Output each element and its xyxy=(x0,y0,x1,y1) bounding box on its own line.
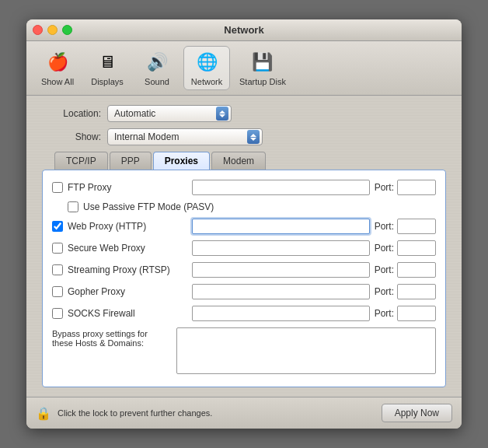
tab-modem[interactable]: Modem xyxy=(211,152,266,170)
socks-firewall-field[interactable] xyxy=(192,306,370,321)
show-label: Show: xyxy=(39,131,101,142)
location-row: Location: Automatic Home Work Edit Locat… xyxy=(39,105,449,122)
location-select-wrapper: Automatic Home Work Edit Locations... xyxy=(107,105,232,122)
bypass-textarea[interactable] xyxy=(176,327,436,374)
toolbar: 🍎 Show All 🖥 Displays 🔊 Sound 🌐 Network … xyxy=(26,41,462,96)
socks-port-field[interactable] xyxy=(397,306,436,321)
web-proxy-label: Web Proxy (HTTP) xyxy=(68,221,192,232)
streaming-proxy-label: Streaming Proxy (RTSP) xyxy=(68,264,192,275)
pasv-label: Use Passive FTP Mode (PASV) xyxy=(83,201,214,212)
secure-web-proxy-checkbox[interactable] xyxy=(52,243,63,254)
bypass-row: Bypass proxy settings forthese Hosts & D… xyxy=(52,327,436,374)
ftp-proxy-row: FTP Proxy Port: xyxy=(52,180,436,195)
main-window: Network 🍎 Show All 🖥 Displays 🔊 Sound 🌐 … xyxy=(26,19,462,429)
show-select[interactable]: Internal Modem AirPort Built-in Ethernet xyxy=(107,128,263,145)
socks-port-label: Port: xyxy=(375,308,394,319)
streaming-proxy-row: Streaming Proxy (RTSP) Port: xyxy=(52,262,436,278)
startup-disk-label: Startup Disk xyxy=(239,77,286,86)
lock-text: Click the lock to prevent further change… xyxy=(58,408,212,418)
statusbar: 🔒 Click the lock to prevent further chan… xyxy=(26,397,462,429)
show-all-label: Show All xyxy=(41,77,74,86)
tabs-container: TCP/IP PPP Proxies Modem xyxy=(54,152,449,170)
gopher-proxy-checkbox[interactable] xyxy=(52,286,63,297)
lock-icon[interactable]: 🔒 xyxy=(36,405,51,421)
socks-firewall-label: SOCKS Firewall xyxy=(68,308,192,319)
streaming-proxy-checkbox[interactable] xyxy=(52,264,63,275)
toolbar-sound[interactable]: 🔊 Sound xyxy=(134,47,180,89)
toolbar-network[interactable]: 🌐 Network xyxy=(183,46,230,90)
socks-firewall-row: SOCKS Firewall Port: xyxy=(52,306,436,321)
tab-tcpip[interactable]: TCP/IP xyxy=(54,152,108,170)
web-port-field[interactable] xyxy=(397,219,436,234)
toolbar-displays[interactable]: 🖥 Displays xyxy=(84,47,131,89)
show-select-wrapper: Internal Modem AirPort Built-in Ethernet xyxy=(107,128,263,145)
location-select[interactable]: Automatic Home Work Edit Locations... xyxy=(107,105,232,122)
streaming-proxy-field[interactable] xyxy=(192,262,370,278)
show-all-icon: 🍎 xyxy=(45,50,70,75)
show-row: Show: Internal Modem AirPort Built-in Et… xyxy=(39,128,449,145)
secure-web-port-label: Port: xyxy=(375,243,394,254)
ftp-port-label: Port: xyxy=(375,182,394,193)
ftp-port-field[interactable] xyxy=(397,180,436,195)
pasv-checkbox[interactable] xyxy=(68,201,78,212)
gopher-port-field[interactable] xyxy=(397,284,436,299)
proxies-panel: FTP Proxy Port: Use Passive FTP Mode (PA… xyxy=(42,170,446,387)
web-proxy-field[interactable] xyxy=(192,219,370,234)
gopher-port-label: Port: xyxy=(375,286,394,297)
bypass-label: Bypass proxy settings forthese Hosts & D… xyxy=(52,327,176,348)
network-icon: 🌐 xyxy=(194,50,219,75)
maximize-button[interactable] xyxy=(62,25,72,35)
secure-web-proxy-field[interactable] xyxy=(192,240,370,256)
ftp-proxy-label: FTP Proxy xyxy=(68,182,192,193)
titlebar-buttons xyxy=(33,25,72,35)
location-label: Location: xyxy=(39,108,101,119)
titlebar: Network xyxy=(26,19,462,41)
socks-firewall-checkbox[interactable] xyxy=(52,308,63,319)
lock-area: 🔒 Click the lock to prevent further chan… xyxy=(36,405,212,421)
secure-web-proxy-label: Secure Web Proxy xyxy=(68,243,192,254)
apply-now-button[interactable]: Apply Now xyxy=(382,404,452,422)
streaming-port-label: Port: xyxy=(375,264,394,275)
pasv-row: Use Passive FTP Mode (PASV) xyxy=(68,201,436,212)
gopher-proxy-row: Gopher Proxy Port: xyxy=(52,284,436,299)
toolbar-show-all[interactable]: 🍎 Show All xyxy=(34,47,81,89)
sound-label: Sound xyxy=(145,77,169,86)
streaming-port-field[interactable] xyxy=(397,262,436,278)
ftp-proxy-field[interactable] xyxy=(192,180,370,195)
content-area: Location: Automatic Home Work Edit Locat… xyxy=(26,96,462,397)
startup-disk-icon: 💾 xyxy=(250,50,275,75)
tab-proxies[interactable]: Proxies xyxy=(153,152,210,170)
secure-web-port-field[interactable] xyxy=(397,240,436,256)
close-button[interactable] xyxy=(33,25,43,35)
displays-label: Displays xyxy=(91,77,124,86)
network-label: Network xyxy=(191,77,222,86)
minimize-button[interactable] xyxy=(47,25,58,35)
tab-ppp[interactable]: PPP xyxy=(110,152,152,170)
gopher-proxy-label: Gopher Proxy xyxy=(68,286,192,297)
web-port-label: Port: xyxy=(375,221,394,232)
web-proxy-row: Web Proxy (HTTP) Port: xyxy=(52,219,436,234)
sound-icon: 🔊 xyxy=(145,50,169,75)
ftp-proxy-checkbox[interactable] xyxy=(52,182,63,193)
displays-icon: 🖥 xyxy=(95,50,120,75)
gopher-proxy-field[interactable] xyxy=(192,284,370,299)
secure-web-proxy-row: Secure Web Proxy Port: xyxy=(52,240,436,256)
web-proxy-checkbox[interactable] xyxy=(52,221,63,232)
window-title: Network xyxy=(224,24,263,36)
toolbar-startup-disk[interactable]: 💾 Startup Disk xyxy=(233,47,292,89)
